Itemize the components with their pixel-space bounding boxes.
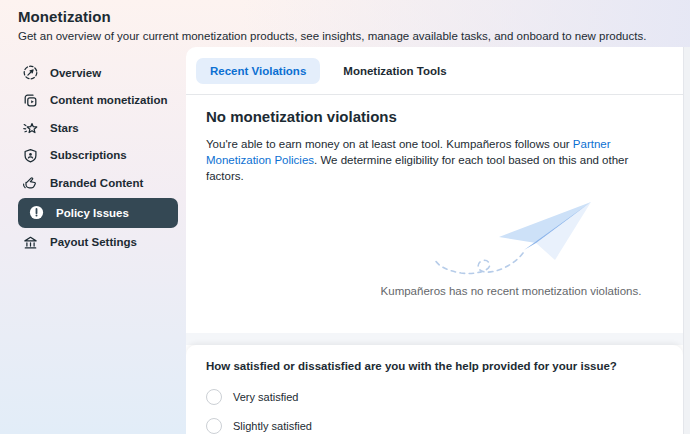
sidebar-item-policy-issues[interactable]: Policy Issues: [18, 198, 178, 228]
body-text-before: You're able to earn money on at least on…: [206, 138, 573, 150]
compass-gauge-icon: [22, 64, 39, 81]
sidebar-item-overview[interactable]: Overview: [22, 59, 170, 87]
sidebar-nav: Overview Content monetization: [0, 47, 186, 256]
survey-option-label: Slightly satisfied: [233, 420, 312, 432]
tab-bar: Recent Violations Monetization Tools: [186, 47, 683, 84]
sidebar-item-stars[interactable]: Stars: [22, 114, 170, 142]
empty-state-caption: Kumpañeros has no recent monetization vi…: [346, 285, 676, 297]
radio-button[interactable]: [206, 389, 222, 405]
exclamation-circle-icon: [28, 204, 45, 221]
sidebar-item-payout-settings[interactable]: Payout Settings: [22, 229, 170, 257]
tab-monetization-tools[interactable]: Monetization Tools: [329, 58, 460, 84]
sidebar-item-label: Content monetization: [50, 94, 168, 106]
tab-recent-violations[interactable]: Recent Violations: [196, 58, 320, 84]
survey-question: How satisfied or dissatisfied are you wi…: [206, 360, 663, 372]
sidebar-item-content-monetization[interactable]: Content monetization: [22, 87, 170, 115]
violations-body: You're able to earn money on at least on…: [206, 136, 649, 184]
page-subtitle: Get an overview of your current monetiza…: [18, 30, 646, 42]
star-sparkle-icon: [22, 119, 39, 136]
sidebar-item-label: Overview: [50, 67, 101, 79]
violations-heading: No monetization violations: [206, 108, 649, 125]
sidebar-item-label: Stars: [50, 122, 79, 134]
survey-option-very-satisfied[interactable]: Very satisfied: [206, 389, 663, 405]
sidebar-item-label: Policy Issues: [56, 207, 129, 219]
hand-swoosh-icon: [22, 174, 39, 191]
section-gap: [186, 333, 683, 345]
sidebar-item-label: Payout Settings: [50, 236, 137, 248]
scrollbar-track[interactable]: [683, 47, 690, 434]
paper-plane-illustration: [419, 197, 604, 277]
shield-badge-icon: [22, 147, 39, 164]
media-stack-play-icon: [22, 92, 39, 109]
violations-section: No monetization violations You're able t…: [186, 95, 683, 184]
sidebar-item-label: Subscriptions: [50, 149, 127, 161]
empty-state: Kumpañeros has no recent monetization vi…: [346, 197, 676, 297]
sidebar: Overview Content monetization: [0, 47, 186, 434]
page-title: Monetization: [18, 8, 646, 25]
survey-option-slightly-satisfied[interactable]: Slightly satisfied: [206, 418, 663, 434]
main-panel: Recent Violations Monetization Tools No …: [186, 47, 683, 434]
monetization-page: Monetization Get an overview of your cur…: [0, 0, 690, 434]
sidebar-item-branded-content[interactable]: Branded Content: [22, 169, 170, 197]
satisfaction-survey: How satisfied or dissatisfied are you wi…: [186, 345, 683, 434]
sidebar-item-label: Branded Content: [50, 177, 143, 189]
survey-option-label: Very satisfied: [233, 391, 298, 403]
sidebar-item-subscriptions[interactable]: Subscriptions: [22, 142, 170, 170]
page-header: Monetization Get an overview of your cur…: [18, 8, 646, 42]
radio-button[interactable]: [206, 418, 222, 434]
bank-icon: [22, 234, 39, 251]
